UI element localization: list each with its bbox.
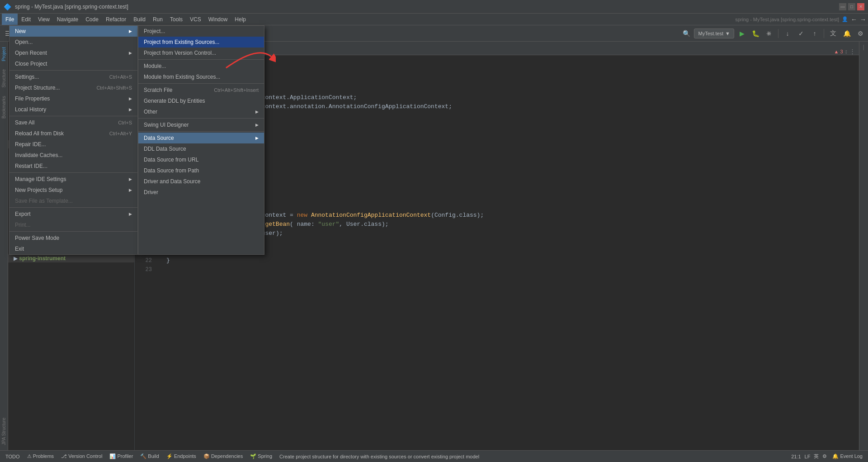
new-driver-datasource[interactable]: Driver and Data Source [138,176,264,187]
close-button[interactable]: ✕ [857,3,864,10]
new-project[interactable]: Project... [138,26,264,37]
problems-button[interactable]: ⚠ Problems [25,453,56,459]
menu-export[interactable]: Export [9,209,137,219]
menu-file[interactable]: File [2,14,18,25]
menu-window[interactable]: Window [205,14,231,25]
editor-options-button[interactable]: ⋮ [849,48,855,55]
coverage-button[interactable]: ⛯ [763,28,775,39]
menu-vcs[interactable]: VCS [186,14,205,25]
new-generate-ddl[interactable]: Generate DDL by Entities [138,95,264,106]
new-datasource-path[interactable]: Data Source from Path [138,165,264,176]
spring-button[interactable]: 🌱 Spring [248,453,274,459]
menu-save-template-label: Save File as Template... [15,198,73,204]
debug-button[interactable]: 🐛 [750,28,761,39]
menu-restart-ide[interactable]: Restart IDE... [9,161,137,171]
menu-file-properties[interactable]: File Properties [9,93,137,104]
menu-manage-ide[interactable]: Manage IDE Settings [9,174,137,185]
git-update-button[interactable]: ↓ [782,28,793,39]
new-ddl-datasource[interactable]: DDL Data Source [138,143,264,154]
search-everywhere-button[interactable]: 🔍 [680,28,692,39]
menu-export-label: Export [15,211,31,217]
menu-refactor[interactable]: Refactor [102,14,130,25]
menu-close-project[interactable]: Close Project [9,58,137,69]
project-tool[interactable]: Project [0,43,7,65]
menu-run[interactable]: Run [149,14,166,25]
menu-reload[interactable]: Reload All from Disk Ctrl+Alt+Y [9,128,137,139]
dependencies-icon: 📦 [203,453,210,459]
expand-editor-button[interactable]: ↕ [845,48,848,55]
menu-close-project-label: Close Project [15,61,47,67]
menu-new-projects-setup[interactable]: New Projects Setup [9,185,137,195]
new-datasource-label: Data Source [144,135,174,141]
run-config-selector[interactable]: MyTest.test ▼ [694,29,734,38]
notifications-button[interactable]: 🔔 [841,28,853,39]
bookmarks-tool[interactable]: Bookmarks [0,92,7,122]
menu-invalidate-caches[interactable]: Invalidate Caches... [9,150,137,161]
menu-tools[interactable]: Tools [166,14,186,25]
maximize-button[interactable]: □ [848,3,855,10]
new-datasource[interactable]: Data Source [138,133,264,143]
todo-button[interactable]: TODO [4,454,22,459]
run-button[interactable]: ▶ [736,28,748,39]
settings-icon[interactable]: ⚙ [822,453,827,459]
title-bar-title: spring - MyTest.java [spring.spring-cont… [15,4,128,10]
new-driver[interactable]: Driver [138,187,264,198]
menu-project-structure[interactable]: Project Structure... Ctrl+Alt+Shift+S [9,82,137,93]
menu-restart-ide-label: Restart IDE... [15,163,47,169]
dependencies-button[interactable]: 📦 Dependencies [202,453,245,459]
new-ddl-datasource-label: DDL Data Source [144,146,186,152]
menu-power-save[interactable]: Power Save Mode [9,233,137,243]
line-ending[interactable]: LF [805,454,811,459]
new-swing-designer[interactable]: Swing UI Designer [138,119,264,130]
new-datasource-url[interactable]: Data Source from URL [138,154,264,165]
menu-local-history[interactable]: Local History [9,104,137,115]
menu-new[interactable]: New [9,26,137,37]
build-icon: 🔨 [140,453,146,459]
tree-item-instrument[interactable]: ▶ spring-instrument [8,254,134,262]
event-log-button[interactable]: 🔔 Event Log [830,453,864,459]
new-module[interactable]: Module... [138,61,264,71]
build-button-status[interactable]: 🔨 Build [138,453,161,459]
navigate-forward-icon[interactable]: → [860,16,866,23]
encoding-button[interactable]: 英 [814,453,819,460]
new-submenu-sep-1 [138,59,264,60]
settings-button[interactable]: ⚙ [854,28,866,39]
menu-open-recent[interactable]: Open Recent [9,48,137,58]
new-datasource-url-label: Data Source from URL [144,157,198,163]
new-submenu-sep-3 [138,118,264,119]
new-module-from-existing[interactable]: Module from Existing Sources... [138,71,264,82]
endpoints-button[interactable]: ⚡ Endpoints [165,453,198,459]
new-swing-designer-label: Swing UI Designer [144,122,189,128]
structure-tool[interactable]: Structure [0,66,7,91]
new-other[interactable]: Other [138,106,264,117]
menu-save-template[interactable]: Save File as Template... [9,195,137,206]
menu-view[interactable]: View [34,14,53,25]
navigate-back-icon[interactable]: ← [851,16,857,23]
menu-repair-ide[interactable]: Repair IDE... [9,139,137,150]
menu-navigate[interactable]: Navigate [53,14,82,25]
new-driver-datasource-label: Driver and Data Source [144,178,200,185]
new-scratch-file[interactable]: Scratch File Ctrl+Alt+Shift+Insert [138,85,264,95]
menu-code[interactable]: Code [82,14,102,25]
menu-open[interactable]: Open... [9,37,137,48]
new-project-from-vcs[interactable]: Project from Version Control... [138,48,264,58]
minimize-button[interactable]: — [839,3,846,10]
profiler-button[interactable]: 📊 Profiler [108,453,135,459]
menu-print[interactable]: Print... [9,219,137,230]
new-project-from-existing[interactable]: Project from Existing Sources... [138,37,264,48]
jpa-tool[interactable]: JPA Structure [0,414,7,448]
version-control-button[interactable]: ⎇ Version Control [59,453,104,459]
menu-exit[interactable]: Exit [9,243,137,254]
git-push-button[interactable]: ↑ [809,28,821,39]
git-commit-button[interactable]: ✓ [795,28,807,39]
translate-button[interactable]: 文 [827,28,839,39]
menu-settings[interactable]: Settings... Ctrl+Alt+S [9,71,137,82]
menu-help[interactable]: Help [231,14,250,25]
menu-build[interactable]: Build [130,14,149,25]
title-bar-controls: — □ ✕ [839,3,864,10]
endpoints-icon: ⚡ [166,453,173,459]
menu-save-all[interactable]: Save All Ctrl+S [9,117,137,128]
menu-edit[interactable]: Edit [18,14,34,25]
profile-icon[interactable]: 👤 [842,16,848,22]
status-right: 21:1 LF 英 ⚙ 🔔 Event Log [791,453,864,460]
